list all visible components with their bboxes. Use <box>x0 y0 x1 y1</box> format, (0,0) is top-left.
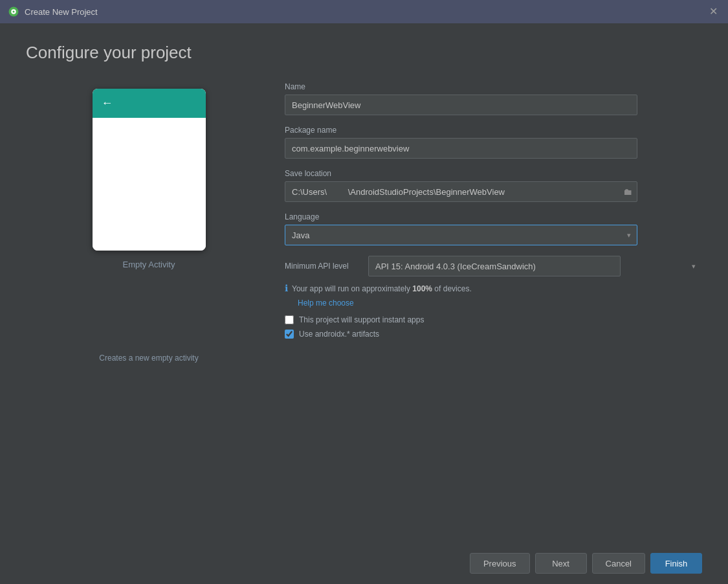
svg-point-2 <box>13 11 15 13</box>
language-select[interactable]: Java Kotlin <box>285 225 637 245</box>
info-row: ℹ Your app will run on approximately 100… <box>285 283 702 293</box>
language-select-wrapper: Java Kotlin ▾ <box>285 225 637 245</box>
page-title: Configure your project <box>26 43 702 63</box>
phone-preview: ← <box>93 89 206 251</box>
description-label: Creates a new empty activity <box>99 354 198 363</box>
package-label: Package name <box>285 126 702 135</box>
package-field-group: Package name <box>285 126 702 159</box>
main-content: Configure your project ← Empty Activity … <box>0 23 728 543</box>
save-location-label: Save location <box>285 169 702 178</box>
right-panel: Name Package name Save location 🖿 Langua… <box>272 82 702 543</box>
folder-icon[interactable]: 🖿 <box>623 186 632 197</box>
close-button[interactable]: ✕ <box>707 5 720 18</box>
save-location-group: Save location 🖿 <box>285 169 702 202</box>
language-label: Language <box>285 212 702 221</box>
app-icon <box>8 6 19 17</box>
language-group: Language Java Kotlin ▾ <box>285 212 702 245</box>
left-panel: ← Empty Activity Creates a new empty act… <box>26 82 272 543</box>
info-icon: ℹ <box>285 283 288 293</box>
activity-label: Empty Activity <box>123 260 175 269</box>
title-bar-left: Create New Project <box>8 6 98 17</box>
info-text: Your app will run on approximately 100% … <box>292 284 472 293</box>
previous-button[interactable]: Previous <box>470 553 530 574</box>
footer: Previous Next Cancel Finish <box>0 543 728 584</box>
name-label: Name <box>285 82 702 91</box>
name-input[interactable] <box>285 95 637 115</box>
save-location-wrapper: 🖿 <box>285 181 637 202</box>
api-level-select[interactable]: API 15: Android 4.0.3 (IceCreamSandwich)… <box>368 256 621 276</box>
api-level-label: Minimum API level <box>285 262 359 271</box>
instant-apps-checkbox[interactable] <box>285 315 294 324</box>
instant-apps-label: This project will support instant apps <box>299 315 424 324</box>
body-area: ← Empty Activity Creates a new empty act… <box>26 82 702 543</box>
androidx-label: Use androidx.* artifacts <box>299 330 379 339</box>
finish-button[interactable]: Finish <box>650 553 702 574</box>
phone-body <box>93 118 206 251</box>
api-level-row: Minimum API level API 15: Android 4.0.3 … <box>285 256 702 276</box>
instant-apps-row: This project will support instant apps <box>285 315 702 324</box>
androidx-checkbox[interactable] <box>285 330 294 339</box>
name-field-group: Name <box>285 82 702 115</box>
window-title: Create New Project <box>25 7 98 17</box>
cancel-button[interactable]: Cancel <box>592 553 645 574</box>
api-select-wrapper: API 15: Android 4.0.3 (IceCreamSandwich)… <box>368 256 702 276</box>
save-location-input[interactable] <box>285 181 637 202</box>
androidx-row: Use androidx.* artifacts <box>285 330 702 339</box>
back-arrow-icon: ← <box>102 96 113 110</box>
phone-header: ← <box>93 89 206 118</box>
api-chevron-icon: ▾ <box>692 262 696 271</box>
next-button[interactable]: Next <box>535 553 587 574</box>
title-bar: Create New Project ✕ <box>0 0 728 23</box>
help-link[interactable]: Help me choose <box>298 298 702 308</box>
package-input[interactable] <box>285 138 637 159</box>
